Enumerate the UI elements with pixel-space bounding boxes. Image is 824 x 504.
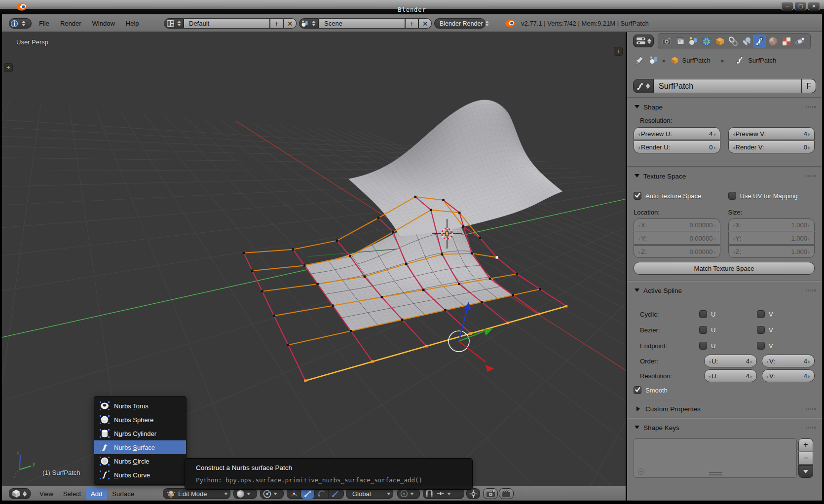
menu-file[interactable]: File: [34, 20, 55, 27]
spline-resolution-v[interactable]: V:4: [762, 369, 815, 382]
control-point[interactable]: [364, 276, 366, 278]
texspace-location-y[interactable]: Y:0.00000: [634, 232, 720, 245]
menu-help[interactable]: Help: [120, 20, 145, 27]
control-point[interactable]: [469, 332, 472, 335]
shapekey-remove-button[interactable]: −: [798, 452, 813, 465]
breadcrumb-data[interactable]: SurfPatch: [748, 57, 776, 64]
shapekey-specials-button[interactable]: [798, 465, 813, 478]
control-point[interactable]: [496, 256, 498, 259]
editor-type-selector-3dview[interactable]: [9, 488, 31, 499]
control-point[interactable]: [458, 212, 461, 214]
scene-icon-box[interactable]: [299, 18, 319, 29]
layout-name-field[interactable]: Default: [184, 18, 270, 29]
control-point[interactable]: [273, 315, 275, 317]
control-point[interactable]: [316, 283, 319, 286]
scene-close-button[interactable]: ✕: [418, 18, 432, 29]
section-active-spline[interactable]: Active Spline: [627, 285, 822, 296]
id-type-icon-box[interactable]: [633, 79, 654, 93]
viewport-shading-selector[interactable]: [233, 488, 257, 499]
control-point[interactable]: [565, 305, 567, 307]
control-point[interactable]: [261, 290, 263, 292]
spline-bezier-u[interactable]: U: [699, 326, 757, 334]
minimize-button[interactable]: ─: [781, 2, 793, 10]
properties-tab-data[interactable]: [753, 35, 766, 48]
pivot-point-selector[interactable]: [260, 488, 284, 499]
shape-keys-list[interactable]: +: [634, 438, 797, 478]
section-texture-space[interactable]: Texture Space: [627, 170, 822, 182]
control-point[interactable]: [471, 252, 473, 254]
control-point[interactable]: [332, 304, 334, 307]
control-point[interactable]: [304, 379, 306, 382]
menu-add[interactable]: Add: [86, 488, 107, 500]
control-point[interactable]: [349, 255, 351, 257]
menu-item-nurbs-cylinder[interactable]: Nurbs Cylinder: [94, 427, 186, 440]
control-point[interactable]: [512, 294, 514, 296]
spline-order-v[interactable]: V:4: [762, 355, 815, 367]
menu-item-nurbs-sphere[interactable]: Nurbs Sphere: [94, 413, 186, 427]
control-point[interactable]: [479, 237, 481, 239]
editor-type-selector-info[interactable]: [9, 18, 32, 29]
list-filter-icon[interactable]: +: [638, 468, 644, 475]
spline-resolution-u[interactable]: U:4: [704, 369, 757, 382]
menu-view[interactable]: View: [35, 488, 58, 500]
manipulator-scale-toggle[interactable]: [329, 488, 342, 499]
scene-add-button[interactable]: +: [405, 18, 418, 29]
texspace-location-x[interactable]: X:0.00000: [634, 218, 720, 231]
control-point[interactable]: [336, 240, 338, 242]
control-point[interactable]: [243, 252, 245, 254]
panel-grip[interactable]: [806, 106, 816, 108]
control-point[interactable]: [371, 360, 374, 363]
layout-close-button[interactable]: ✕: [283, 18, 297, 29]
snap-target-button[interactable]: [466, 488, 480, 499]
editor-type-selector-properties[interactable]: [633, 35, 654, 47]
render-opengl-anim-button[interactable]: [499, 488, 514, 499]
mode-selector[interactable]: Edit Mode: [163, 488, 230, 499]
control-point[interactable]: [392, 231, 394, 233]
panel-grip[interactable]: [806, 175, 816, 177]
sidebar-expand-tab[interactable]: +: [614, 47, 623, 56]
control-point[interactable]: [489, 278, 491, 280]
field-renderu[interactable]: Render U:0: [634, 141, 720, 153]
properties-tab-object[interactable]: [713, 35, 726, 48]
section-custom-properties[interactable]: Custom Properties: [627, 403, 822, 415]
toolshelf-expand-tab[interactable]: +: [4, 63, 13, 72]
render-opengl-button[interactable]: [483, 488, 498, 499]
manipulator-rotate-toggle[interactable]: [315, 488, 329, 499]
spline-endpoint-v[interactable]: V: [757, 342, 815, 350]
menu-item-nurbs-torus[interactable]: Nurbs Torus: [94, 399, 186, 413]
maximize-button[interactable]: □: [794, 2, 807, 10]
spline-cyclic-u[interactable]: U: [699, 310, 757, 318]
control-point[interactable]: [401, 319, 404, 321]
properties-tab-material[interactable]: [766, 35, 780, 48]
panel-grip[interactable]: [806, 408, 816, 410]
properties-tab-render[interactable]: [660, 35, 673, 48]
texspace-location-z[interactable]: Z:0.00000: [634, 245, 720, 258]
panel-grip[interactable]: [806, 289, 816, 291]
layout-add-button[interactable]: +: [270, 18, 283, 29]
orientation-selector[interactable]: Global: [346, 488, 393, 499]
scene-name-field[interactable]: Scene: [319, 18, 405, 29]
translate-manipulator[interactable]: [449, 302, 494, 372]
shapekey-add-button[interactable]: +: [798, 438, 813, 451]
menu-item-nurbs-curve[interactable]: Nurbs Curve: [94, 468, 186, 482]
menu-item-nurbs-surface[interactable]: Nurbs Surface: [94, 440, 186, 454]
control-point[interactable]: [462, 225, 465, 228]
field-previewu[interactable]: Preview U:4: [634, 127, 720, 140]
control-point[interactable]: [430, 209, 432, 212]
datablock-name-field[interactable]: SurfPatch: [654, 79, 802, 93]
section-shape[interactable]: Shape: [627, 101, 822, 113]
section-shape-keys[interactable]: Shape Keys: [627, 422, 822, 433]
match-texture-space-button[interactable]: Match Texture Space: [634, 262, 815, 275]
properties-tab-render-layers[interactable]: [673, 35, 686, 48]
texspace-size-z[interactable]: Z:1.000: [728, 245, 815, 258]
render-engine-selector[interactable]: Blender Render: [434, 18, 486, 29]
control-point[interactable]: [303, 264, 306, 267]
panel-grip[interactable]: [806, 427, 816, 429]
control-point[interactable]: [292, 249, 295, 251]
control-point[interactable]: [405, 263, 408, 265]
control-point[interactable]: [251, 270, 253, 272]
spline-endpoint-u[interactable]: U: [699, 342, 757, 350]
control-point[interactable]: [516, 273, 518, 275]
smooth-checkbox[interactable]: Smooth: [634, 386, 822, 394]
control-point[interactable]: [441, 253, 444, 256]
